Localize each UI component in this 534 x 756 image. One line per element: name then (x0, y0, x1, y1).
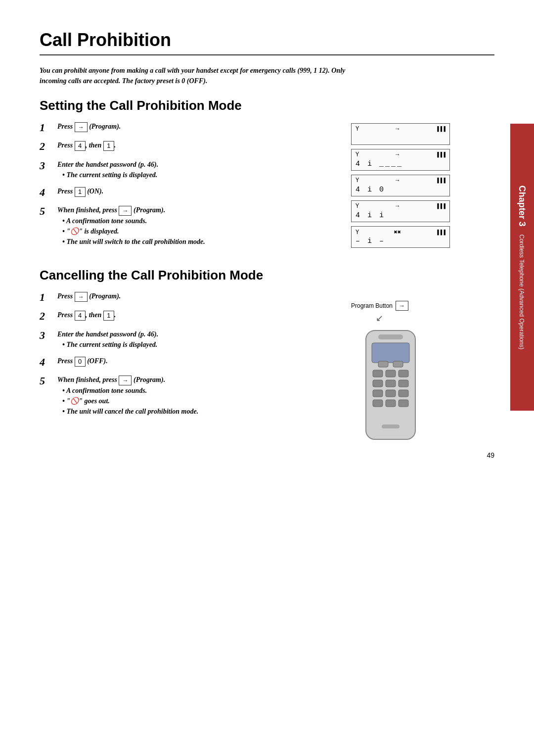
display-content-2: 4 i ____ (356, 160, 445, 168)
program-key-5: → (119, 206, 132, 216)
display-content-1 (356, 134, 445, 142)
cancel-step-num-3: 3 (40, 329, 53, 342)
step-num-4: 4 (40, 186, 53, 199)
svg-rect-5 (399, 370, 408, 377)
section1-heading: Setting the Call Prohibition Mode (40, 98, 494, 113)
section2-heading: Cancelling the Call Prohibition Mode (40, 268, 494, 283)
cancel-step-5: 5 When finished, press → (Program). • A … (40, 375, 336, 417)
display-2: Y → ▐▐▐ 4 i ____ (351, 149, 450, 171)
cancel-step-num-1: 1 (40, 291, 53, 304)
svg-rect-10 (386, 390, 396, 397)
step3-bullet1: • The current setting is displayed. (62, 170, 158, 180)
svg-rect-15 (378, 361, 388, 367)
program-button-icon: → (396, 301, 408, 311)
c-key-1: 1 (103, 311, 114, 321)
step5-bullet3: • The unit will switch to the call prohi… (62, 236, 205, 247)
svg-rect-11 (399, 390, 408, 397)
setting-displays: Y → ▐▐▐ Y → ▐▐▐ 4 i ____ Y → ▐▐▐ (351, 121, 450, 253)
cancel-step5-content: When finished, press → (Program). • A co… (57, 375, 198, 417)
step-num-1: 1 (40, 121, 53, 134)
arrow-icon-1: → (396, 126, 399, 133)
setting-step-4: 4 Press 1 (ON). (40, 186, 336, 199)
cancel-step3-bullet1: • The current setting is displayed. (62, 339, 158, 350)
chapter-subtitle: Cordless Telephone (Advanced Operations) (519, 234, 526, 349)
battery-icon-3: ▐▐▐ (436, 178, 445, 184)
key-1: 1 (103, 141, 114, 151)
cancel-step5-bullet2: • "🚫" goes out. (62, 396, 198, 406)
display-1: Y → ▐▐▐ (351, 123, 450, 145)
arrow-icon-2: → (396, 151, 399, 158)
phone-svg (351, 326, 430, 444)
step-num-5: 5 (40, 205, 53, 218)
svg-rect-8 (399, 380, 408, 387)
intro-paragraph: You can prohibit anyone from making a ca… (40, 65, 356, 86)
svg-rect-6 (373, 380, 383, 387)
cancel-step4-content: Press 0 (OFF). (57, 356, 108, 367)
step5-bullet2: • "🚫" is displayed. (62, 226, 205, 236)
c-program-key-1: → (75, 292, 88, 302)
svg-rect-17 (382, 425, 400, 428)
step-num-2: 2 (40, 140, 53, 153)
chapter-tab: Chapter 3 Cordless Telephone (Advanced O… (510, 124, 534, 411)
cancel-step5-bullet3: • The unit will cancel the call prohibit… (62, 406, 198, 417)
display-content-3: 4 i 0 (356, 186, 445, 194)
svg-rect-13 (386, 400, 396, 407)
svg-rect-7 (386, 380, 396, 387)
svg-rect-1 (378, 334, 403, 339)
page-number: 49 (487, 451, 494, 459)
battery-icon-4: ▐▐▐ (436, 203, 445, 209)
signal-icon-3: Y (356, 177, 359, 184)
battery-icon-1: ▐▐▐ (436, 126, 445, 132)
cancel-step5-bullet1: • A confirmation tone sounds. (62, 385, 198, 396)
svg-rect-16 (393, 361, 403, 367)
cancel-step-1: 1 Press → (Program). (40, 291, 336, 304)
setting-step-3: 3 Enter the handset password (p. 46). • … (40, 159, 336, 180)
svg-rect-3 (373, 370, 383, 377)
page-title: Call Prohibition (40, 30, 494, 55)
chapter-number: Chapter 3 (517, 185, 528, 226)
display-content-5: – i – (356, 237, 445, 245)
setting-steps-list: 1 Press → (Program). 2 Press 4, then 1. … (40, 121, 336, 253)
signal-icon-5: Y (356, 229, 359, 236)
step5-content: When finished, press → (Program). • A co… (57, 205, 205, 247)
cancel-step3-content: Enter the handset password (p. 46). • Th… (57, 329, 158, 350)
step-num-3: 3 (40, 159, 53, 172)
step4-content: Press 1 (ON). (57, 186, 103, 197)
signal-icon-1: Y (356, 126, 359, 133)
c-program-key-5: → (119, 376, 132, 385)
arrow-icon-4: → (396, 203, 399, 210)
svg-rect-12 (373, 400, 383, 407)
svg-rect-9 (373, 390, 383, 397)
program-button-label: Program Button → (351, 301, 408, 311)
display-5: Y ✖✖ ▐▐▐ – i – (351, 226, 450, 248)
cancel-step2-content: Press 4, then 1. (57, 310, 116, 321)
setting-step-5: 5 When finished, press → (Program). • A … (40, 205, 336, 247)
c-key-4: 4 (75, 311, 86, 321)
signal-icon-4: Y (356, 203, 359, 210)
step3-content: Enter the handset password (p. 46). • Th… (57, 159, 158, 180)
cancel-step1-content: Press → (Program). (57, 291, 121, 302)
svg-rect-2 (372, 343, 409, 363)
cancel-step-num-5: 5 (40, 375, 53, 387)
arrow-icon-3: → (396, 177, 399, 184)
cancelling-steps-list: 1 Press → (Program). 2 Press 4, then 1. … (40, 291, 336, 444)
program-key-1: → (75, 122, 88, 132)
setting-steps-area: 1 Press → (Program). 2 Press 4, then 1. … (40, 121, 494, 253)
cancel-step-num-2: 2 (40, 310, 53, 323)
svg-rect-14 (399, 400, 408, 407)
battery-icon-5: ▐▐▐ (436, 230, 445, 236)
setting-step-2: 2 Press 4, then 1. (40, 140, 336, 153)
cancel-step-num-4: 4 (40, 356, 53, 369)
step5-bullet1: • A confirmation tone sounds. (62, 216, 205, 226)
cross-icon-5: ✖✖ (394, 229, 400, 236)
display-content-4: 4 i i (356, 211, 445, 220)
step2-content: Press 4, then 1. (57, 140, 116, 151)
c-key-0: 0 (75, 357, 86, 367)
display-4: Y → ▐▐▐ 4 i i (351, 200, 450, 222)
cancelling-steps-area: 1 Press → (Program). 2 Press 4, then 1. … (40, 291, 494, 444)
cancel-step-4: 4 Press 0 (OFF). (40, 356, 336, 369)
battery-icon-2: ▐▐▐ (436, 152, 445, 158)
step1-content: Press → (Program). (57, 121, 121, 132)
display-3: Y → ▐▐▐ 4 i 0 (351, 175, 450, 196)
phone-illustration-area: Program Button → ↙ (351, 291, 450, 444)
